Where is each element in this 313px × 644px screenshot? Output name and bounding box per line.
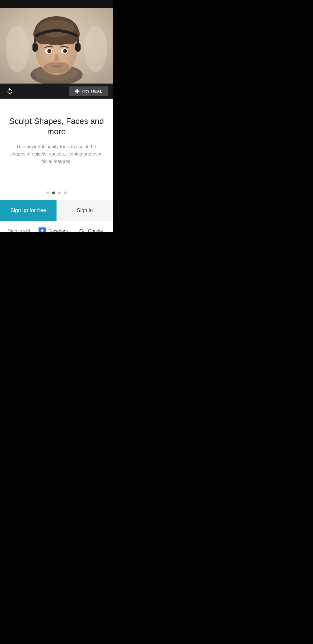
- content-description: Use powerful Liquify tools to sculpt the…: [10, 143, 103, 165]
- svg-point-17: [63, 49, 67, 53]
- sign-in-with-text: Sign in with: [8, 229, 32, 232]
- svg-point-1: [6, 26, 29, 72]
- facebook-icon: [39, 227, 46, 232]
- svg-point-18: [49, 50, 51, 51]
- try-heal-button[interactable]: TRY HEAL: [69, 86, 108, 96]
- dot-3[interactable]: [58, 191, 61, 194]
- google-label: Google: [88, 229, 103, 232]
- svg-point-2: [84, 26, 107, 72]
- dot-4[interactable]: [64, 191, 67, 194]
- reset-button[interactable]: [5, 86, 15, 96]
- signin-button[interactable]: Sign in: [57, 200, 113, 221]
- dot-2[interactable]: [52, 191, 55, 194]
- google-icon: [78, 227, 85, 232]
- svg-rect-24: [77, 39, 79, 44]
- dot-1[interactable]: [46, 191, 49, 194]
- facebook-signin-button[interactable]: Facebook: [36, 226, 71, 232]
- toolbar: TRY HEAL: [0, 84, 113, 99]
- content-section: Sculpt Shapes, Faces and more Use powerf…: [0, 99, 113, 177]
- content-title: Sculpt Shapes, Faces and more: [9, 116, 104, 137]
- svg-point-16: [47, 49, 51, 53]
- svg-point-19: [65, 50, 66, 51]
- svg-point-20: [43, 62, 70, 73]
- signup-button[interactable]: Sign up for free: [0, 200, 57, 221]
- hero-image: [0, 8, 113, 84]
- google-signin-button[interactable]: Google: [76, 226, 105, 232]
- action-buttons: Sign up for free Sign in: [0, 200, 113, 221]
- social-signin: Sign in with Facebook Google: [0, 221, 113, 232]
- pagination-dots: [0, 177, 113, 200]
- try-heal-label: TRY HEAL: [82, 89, 103, 93]
- status-bar: [0, 0, 113, 8]
- svg-rect-26: [75, 91, 79, 92]
- facebook-label: Facebook: [48, 229, 69, 232]
- svg-rect-22: [34, 39, 36, 44]
